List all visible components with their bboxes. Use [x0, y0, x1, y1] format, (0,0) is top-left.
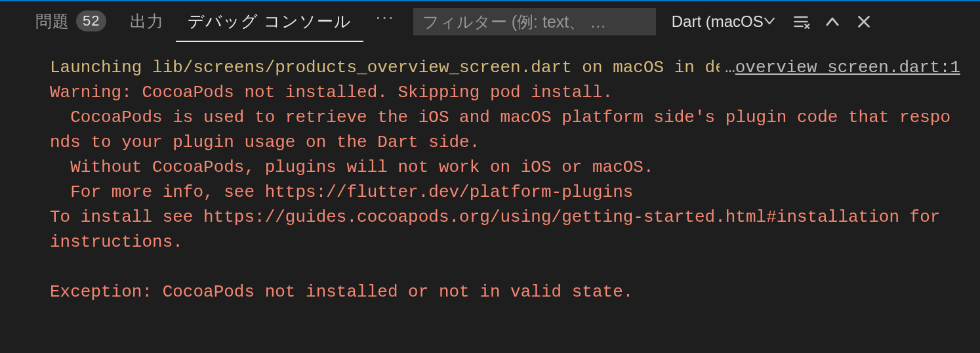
tab-debug-console-label: デバッグ コンソール [188, 10, 352, 32]
source-file-link[interactable]: overview_screen.dart:1 [720, 55, 960, 80]
close-icon [856, 14, 872, 30]
clear-console-button[interactable] [788, 9, 813, 34]
chevron-down-icon [762, 14, 777, 32]
tab-debug-console[interactable]: デバッグ コンソール [176, 1, 363, 42]
clear-all-icon [792, 12, 810, 31]
debug-session-dropdown[interactable]: Dart (macOS [663, 11, 782, 32]
panel-tab-bar: 問題 52 出力 デバッグ コンソール ··· Dart (macOS [0, 1, 980, 42]
chevron-up-icon [824, 13, 841, 30]
close-panel-button[interactable] [851, 9, 876, 34]
overflow-label: ··· [375, 7, 394, 27]
tab-output[interactable]: 出力 [118, 1, 176, 42]
debug-session-label: Dart (macOS [672, 12, 764, 31]
panel-container: 問題 52 出力 デバッグ コンソール ··· Dart (macOS [0, 1, 980, 353]
problems-count-badge: 52 [76, 10, 106, 31]
debug-console-output[interactable]: overview_screen.dart:1 Launching lib/scr… [0, 42, 980, 353]
tab-output-label: 出力 [130, 10, 164, 32]
tab-overflow-button[interactable]: ··· [363, 8, 406, 26]
tab-problems[interactable]: 問題 52 [24, 1, 118, 42]
console-error-block: Warning: CocoaPods not installed. Skippi… [50, 80, 960, 304]
filter-input[interactable] [413, 8, 656, 35]
tab-problems-label: 問題 [35, 10, 70, 32]
collapse-panel-button[interactable] [820, 9, 845, 34]
